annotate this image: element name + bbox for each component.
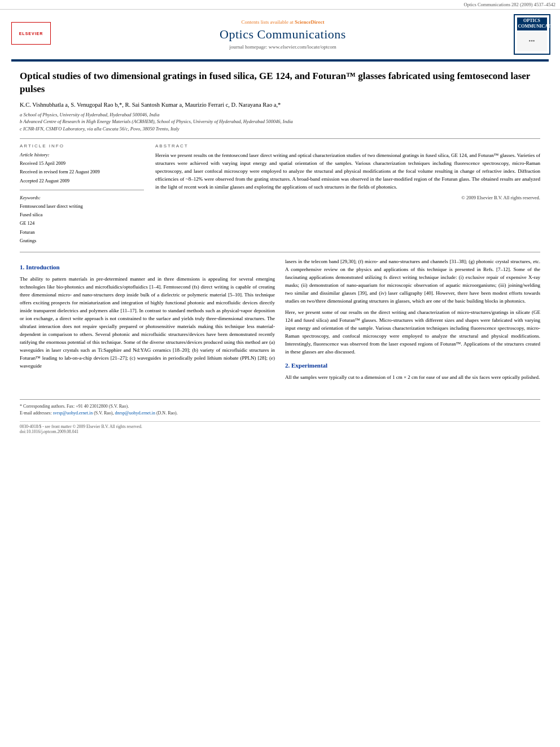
keyword-5: Gratings [20, 237, 144, 245]
article-title: Optical studies of two dimensional grati… [20, 70, 540, 96]
keyword-2: Fused silica [20, 211, 144, 219]
sciencedirect-link-text[interactable]: ScienceDirect [295, 19, 324, 25]
footnote-email: E-mail addresses: svrsp@uohyd.ernet.in (… [20, 410, 540, 417]
authors-line: K.C. Vishnubhatla a, S. Venugopal Rao b,… [20, 102, 540, 108]
keyword-1: Femtosecond laser direct writing [20, 202, 144, 211]
article-info-col: ARTICLE INFO Article history: Received 1… [20, 143, 144, 245]
elsevier-icon: ELSEVIER [19, 32, 43, 36]
affiliation-b: b Advanced Centre of Research in High En… [20, 118, 540, 125]
article-dates: Received 15 April 2009 Received in revis… [20, 159, 144, 185]
keyword-4: Foturan [20, 228, 144, 237]
keywords-list: Femtosecond laser direct writing Fused s… [20, 202, 144, 245]
affiliation-c: c ICNR-IFN, CSMFO Laboratory, via alla C… [20, 125, 540, 133]
divider-1 [20, 138, 540, 139]
body-col-right: lasers in the telecom band [29,30]; (f) … [285, 258, 540, 385]
footnote-corresponding: * Corresponding authors. Fax: +91 40 230… [20, 403, 540, 410]
affiliations: a School of Physics, University of Hyder… [20, 111, 540, 133]
abstract-col: ABSTRACT Herein we present results on th… [155, 143, 540, 245]
body-col2-para1: lasers in the telecom band [29,30]; (f) … [285, 258, 540, 305]
abstract-label: ABSTRACT [155, 143, 540, 148]
journal-homepage: journal homepage: www.elsevier.com/locat… [56, 44, 509, 50]
accepted-date: Accepted 22 August 2009 [20, 177, 144, 185]
copyright-line: © 2009 Elsevier B.V. All rights reserved… [155, 195, 540, 200]
elsevier-logo-area: ELSEVIER [6, 22, 56, 46]
abstract-text: Herein we present results on the femtose… [155, 152, 540, 191]
journal-reference: Optics Communications 282 (2009) 4537–45… [464, 2, 555, 7]
received-date: Received 15 April 2009 [20, 159, 144, 168]
logo-image-placeholder: ●●● [517, 32, 547, 51]
footer-doi: doi:10.1016/j.optcom.2009.08.041 [20, 429, 540, 434]
section1-heading: 1. Introduction [20, 263, 275, 272]
keyword-3: GE 124 [20, 219, 144, 228]
journal-logo-right: OPTICSCOMMUNICATIONS ●●● [509, 14, 554, 55]
history-label: Article history: [20, 152, 144, 158]
optics-comm-logo-box: OPTICSCOMMUNICATIONS ●●● [514, 14, 550, 55]
section2-heading: 2. Experimental [285, 361, 540, 370]
body-col1-para1: The ability to pattern materials in pre-… [20, 276, 275, 370]
journal-title: Optics Communications [56, 27, 509, 42]
article-content: Optical studies of two dimensional grati… [0, 62, 560, 394]
revised-date: Received in revised form 22 August 2009 [20, 168, 144, 176]
keywords-label: Keywords: [20, 195, 144, 200]
body-col2-para3: All the samples were typically cut to a … [285, 374, 540, 382]
affiliation-a: a School of Physics, University of Hyder… [20, 111, 540, 119]
article-meta-row: ARTICLE INFO Article history: Received 1… [20, 143, 540, 245]
divider-2 [20, 252, 540, 252]
email-sv[interactable]: svrsp@uohyd.ernet.in [53, 410, 93, 416]
article-info-label: ARTICLE INFO [20, 143, 144, 148]
footer-license: 0030-4018/$ - see front matter © 2009 El… [20, 424, 540, 429]
body-columns: 1. Introduction The ability to pattern m… [20, 258, 540, 385]
divider-keywords [20, 190, 144, 190]
body-col-left: 1. Introduction The ability to pattern m… [20, 258, 275, 385]
journal-header: Optics Communications 282 (2009) 4537–45… [0, 0, 560, 62]
footer-bar: 0030-4018/$ - see front matter © 2009 El… [20, 421, 540, 434]
sciencedirect-line: Contents lists available at ScienceDirec… [56, 19, 509, 25]
page-footer: * Corresponding authors. Fax: +91 40 230… [20, 399, 540, 434]
journal-center: Contents lists available at ScienceDirec… [56, 19, 509, 50]
body-col2-para2: Here, we present some of our results on … [285, 309, 540, 356]
email-dn[interactable]: dnrsp@uohyd.ernet.in [115, 410, 155, 416]
